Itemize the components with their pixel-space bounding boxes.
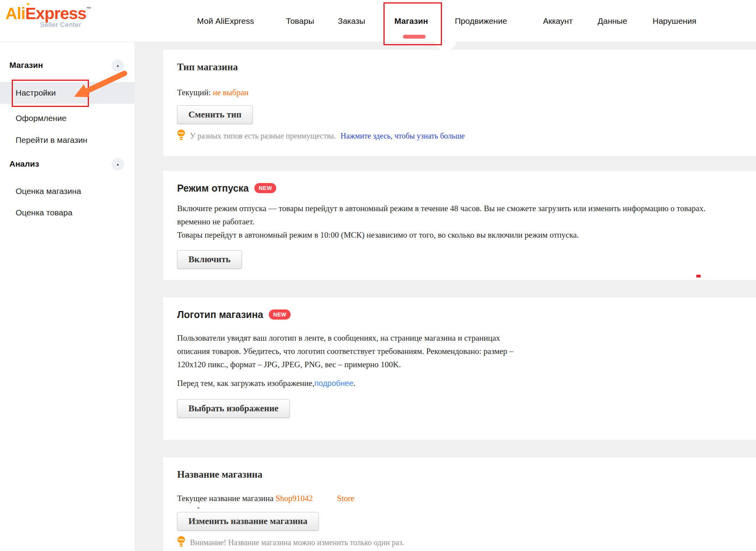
- sidebar-item-go-to-store[interactable]: Перейти в магазин: [0, 129, 135, 151]
- change-type-button[interactable]: Сменить тип: [177, 105, 253, 124]
- nav-item-promotion[interactable]: Продвижение: [455, 0, 507, 42]
- nav-item-data[interactable]: Данные: [598, 0, 627, 42]
- card-title: Логотип магазина: [177, 309, 263, 320]
- collapse-arrow-icon[interactable]: ▲: [112, 59, 124, 72]
- shop-type-tip-text: У разных типов есть разные преимущества.: [190, 132, 336, 140]
- current-name-label: Текущее название магазина: [177, 494, 273, 503]
- main-content: Тип магазина Текущий: не выбран Сменить …: [163, 42, 756, 551]
- lightbulb-icon: [177, 130, 185, 142]
- sidebar: Магазин ▲ Настройки Оформление Перейти в…: [0, 42, 135, 551]
- sidebar-section-store[interactable]: Магазин: [9, 59, 43, 72]
- current-type-value: не выбран: [213, 88, 249, 97]
- logo-wordmark: Ali✦Express™: [5, 5, 91, 23]
- nav-item-violations[interactable]: Нарушения: [653, 0, 696, 42]
- sidebar-item-product-rating[interactable]: Оценка товара: [0, 202, 135, 224]
- more-details-link[interactable]: подробнее: [314, 379, 353, 387]
- store-name-prefix: Shop91042: [275, 494, 313, 503]
- current-type-label: Текущий:: [177, 88, 211, 97]
- card-title: Тип магазина: [177, 62, 742, 73]
- sidebar-item-store-rating[interactable]: Оценка магазина: [0, 180, 135, 202]
- card-title: Название магазина: [177, 469, 742, 480]
- lightbulb-icon: [177, 536, 185, 549]
- upload-note-text: Перед тем, как загружать изображение,: [177, 379, 314, 388]
- logo-text-ali: Ali: [5, 4, 25, 23]
- censored-region: [314, 493, 336, 503]
- card-vacation-mode: Режим отпуска NEW Включите режим отпуска…: [163, 171, 756, 280]
- choose-image-button[interactable]: Выбрать изображение: [177, 399, 290, 418]
- vacation-description-2: Товары перейдут в автономный режим в 10:…: [177, 228, 742, 242]
- artifact-dot: [197, 507, 199, 509]
- annotation-red-mark: [696, 275, 701, 277]
- enable-vacation-button[interactable]: Включить: [177, 250, 242, 269]
- card-title: Режим отпуска: [177, 183, 249, 194]
- page: Ali✦Express™ Seller Center Мой AliExpres…: [0, 0, 756, 551]
- new-badge: NEW: [254, 183, 276, 193]
- nav-item-my-aliexpress[interactable]: Мой AliExpress: [197, 0, 254, 42]
- vacation-description: Включите режим отпуска — товары перейдут…: [177, 202, 742, 228]
- aliexpress-logo[interactable]: Ali✦Express™ Seller Center: [5, 5, 91, 29]
- card-store-logo: Логотип магазина NEW Пользователи увидят…: [163, 297, 756, 440]
- trademark-symbol: ™: [86, 6, 91, 12]
- change-name-button[interactable]: Изменить название магазина: [177, 512, 319, 531]
- nav-item-orders[interactable]: Заказы: [338, 0, 365, 42]
- header: Ali✦Express™ Seller Center Мой AliExpres…: [0, 0, 756, 42]
- store-name-warning: Внимание! Название магазина можно измени…: [190, 538, 404, 547]
- store-name-suffix: Store: [337, 494, 354, 503]
- learn-more-link[interactable]: Нажмите здесь, чтобы узнать больше: [341, 132, 465, 140]
- collapse-arrow-glyph: ▲: [116, 64, 120, 68]
- nav-item-products[interactable]: Товары: [286, 0, 314, 42]
- sparkle-icon: ✦: [26, 1, 31, 8]
- sidebar-item-settings[interactable]: Настройки: [0, 82, 135, 104]
- collapse-arrow-glyph: ▲: [116, 162, 120, 166]
- collapse-arrow-icon[interactable]: ▲: [112, 158, 124, 171]
- sidebar-item-design[interactable]: Оформление: [0, 107, 135, 129]
- upload-note-period: .: [353, 379, 355, 388]
- logo-description: Пользователи увидят ваш логотип в ленте,…: [177, 331, 742, 371]
- nav-item-account[interactable]: Аккаунт: [543, 0, 573, 42]
- card-shop-type: Тип магазина Текущий: не выбран Сменить …: [163, 50, 756, 156]
- sidebar-section-analysis[interactable]: Анализ: [9, 157, 39, 171]
- nav-active-underline: [403, 35, 426, 39]
- new-badge: NEW: [269, 309, 291, 320]
- logo-text-express: Express: [25, 4, 86, 23]
- card-store-name: Название магазина Текущее название магаз…: [163, 457, 756, 551]
